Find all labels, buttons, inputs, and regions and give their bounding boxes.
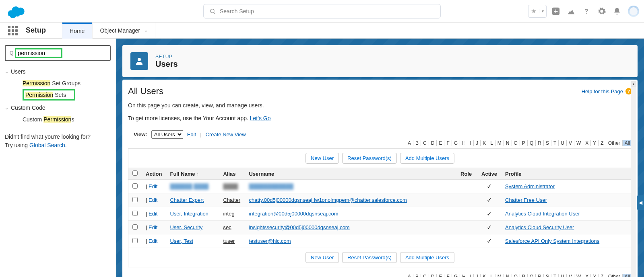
scrollbar[interactable]: ▲▼ xyxy=(630,81,637,277)
alpha-k[interactable]: K xyxy=(480,140,488,146)
chevron-down-icon[interactable]: ▾ xyxy=(539,9,546,13)
alpha-j[interactable]: J xyxy=(473,274,480,277)
help-link[interactable]: Help for this Page? xyxy=(582,88,632,94)
alpha-other[interactable]: Other xyxy=(606,274,622,277)
alpha-f[interactable]: F xyxy=(444,274,451,277)
help-icon[interactable] xyxy=(580,5,592,17)
alpha-n[interactable]: N xyxy=(504,274,512,277)
user-name-link[interactable]: User, Integration xyxy=(170,211,208,217)
alpha-w[interactable]: W xyxy=(574,274,583,277)
nav-permission-sets[interactable]: Permission Sets xyxy=(23,89,75,101)
alpha-b[interactable]: B xyxy=(413,274,421,277)
alpha-x[interactable]: X xyxy=(583,274,590,277)
edit-link[interactable]: Edit xyxy=(149,183,157,189)
alpha-other[interactable]: Other xyxy=(606,140,622,146)
user-name-link[interactable]: Chatter Expert xyxy=(170,197,204,203)
quick-find-box[interactable]: Q xyxy=(5,45,111,61)
edit-link[interactable]: Edit xyxy=(149,224,157,230)
col-role[interactable]: Role xyxy=(456,168,477,180)
edit-view-link[interactable]: Edit xyxy=(187,131,196,137)
col-name[interactable]: Full Name↑ xyxy=(166,168,219,180)
alpha-g[interactable]: G xyxy=(452,274,460,277)
alpha-o[interactable]: O xyxy=(512,140,520,146)
select-all-checkbox[interactable] xyxy=(132,170,138,176)
nav-permission-set-groups[interactable]: Permission Set Groups xyxy=(23,77,80,89)
alpha-r[interactable]: R xyxy=(535,140,543,146)
tree-custom-code[interactable]: ⌄ Custom Code xyxy=(5,105,111,111)
edit-link[interactable]: Edit xyxy=(149,238,157,244)
col-active[interactable]: Active xyxy=(477,168,501,180)
add-icon[interactable] xyxy=(550,5,562,17)
alpha-j[interactable]: J xyxy=(473,140,480,146)
alpha-z[interactable]: Z xyxy=(598,140,605,146)
new-user-button[interactable]: New User xyxy=(305,252,339,263)
col-username[interactable]: Username xyxy=(245,168,456,180)
alpha-q[interactable]: Q xyxy=(527,274,535,277)
edit-link[interactable]: Edit xyxy=(149,197,157,203)
row-checkbox[interactable] xyxy=(132,197,138,202)
alpha-a[interactable]: A xyxy=(406,140,413,146)
nav-custom-permissions[interactable]: Custom Permissions xyxy=(23,113,74,125)
view-select[interactable]: All Users xyxy=(151,130,183,139)
create-view-link[interactable]: Create New View xyxy=(206,131,246,137)
alpha-i[interactable]: I xyxy=(468,274,473,277)
alpha-g[interactable]: G xyxy=(452,140,460,146)
alpha-a[interactable]: A xyxy=(406,274,413,277)
gear-icon[interactable] xyxy=(596,5,608,17)
reset-password-button[interactable]: Reset Password(s) xyxy=(342,252,397,263)
trailhead-icon[interactable] xyxy=(565,5,577,17)
user-name-link[interactable]: User, Test xyxy=(170,238,193,244)
tree-users[interactable]: ⌄ Users xyxy=(5,68,111,75)
alpha-d[interactable]: D xyxy=(429,140,437,146)
alpha-b[interactable]: B xyxy=(413,140,421,146)
alpha-p[interactable]: P xyxy=(520,140,527,146)
alpha-z[interactable]: Z xyxy=(598,274,605,277)
add-multiple-users-button[interactable]: Add Multiple Users xyxy=(400,252,454,263)
row-checkbox[interactable] xyxy=(132,238,138,243)
quick-find-input[interactable] xyxy=(18,50,50,56)
alpha-l[interactable]: L xyxy=(488,140,495,146)
alpha-u[interactable]: U xyxy=(558,140,566,146)
alpha-v[interactable]: V xyxy=(566,140,574,146)
alpha-y[interactable]: Y xyxy=(590,140,598,146)
alpha-s[interactable]: S xyxy=(543,274,551,277)
global-search-link[interactable]: Global Search xyxy=(29,142,65,148)
new-user-button[interactable]: New User xyxy=(305,153,339,164)
col-alias[interactable]: Alias xyxy=(219,168,245,180)
bell-icon[interactable] xyxy=(611,5,623,17)
alpha-v[interactable]: V xyxy=(566,274,574,277)
alpha-n[interactable]: N xyxy=(504,140,512,146)
edit-link[interactable]: Edit xyxy=(149,211,157,217)
alpha-t[interactable]: T xyxy=(551,274,558,277)
row-checkbox[interactable] xyxy=(132,183,138,189)
favorites-button[interactable]: ★ ▾ xyxy=(528,5,547,18)
alpha-q[interactable]: Q xyxy=(527,140,535,146)
alpha-m[interactable]: M xyxy=(495,140,504,146)
alpha-p[interactable]: P xyxy=(520,274,527,277)
alpha-o[interactable]: O xyxy=(512,274,520,277)
alpha-f[interactable]: F xyxy=(444,140,451,146)
alpha-r[interactable]: R xyxy=(535,274,543,277)
global-search-input[interactable] xyxy=(220,8,435,14)
alpha-t[interactable]: T xyxy=(551,140,558,146)
reset-password-button[interactable]: Reset Password(s) xyxy=(342,153,397,164)
alpha-y[interactable]: Y xyxy=(590,274,598,277)
alpha-e[interactable]: E xyxy=(436,140,444,146)
alpha-w[interactable]: W xyxy=(574,140,583,146)
alpha-h[interactable]: H xyxy=(460,274,468,277)
col-profile[interactable]: Profile xyxy=(501,168,632,180)
app-launcher-icon[interactable] xyxy=(8,26,18,35)
alpha-h[interactable]: H xyxy=(460,140,468,146)
alpha-i[interactable]: I xyxy=(468,140,473,146)
user-name-link[interactable]: ██████ ████ xyxy=(170,183,208,189)
alpha-e[interactable]: E xyxy=(436,274,444,277)
row-checkbox[interactable] xyxy=(132,224,138,230)
tab-object-manager[interactable]: Object Manager ⌄ xyxy=(92,23,155,39)
alpha-k[interactable]: K xyxy=(480,274,488,277)
global-search[interactable] xyxy=(203,4,441,18)
add-multiple-users-button[interactable]: Add Multiple Users xyxy=(400,153,454,164)
user-name-link[interactable]: User, Security xyxy=(170,224,202,230)
alpha-c[interactable]: C xyxy=(421,274,429,277)
alpha-c[interactable]: C xyxy=(421,140,429,146)
alpha-x[interactable]: X xyxy=(583,140,590,146)
